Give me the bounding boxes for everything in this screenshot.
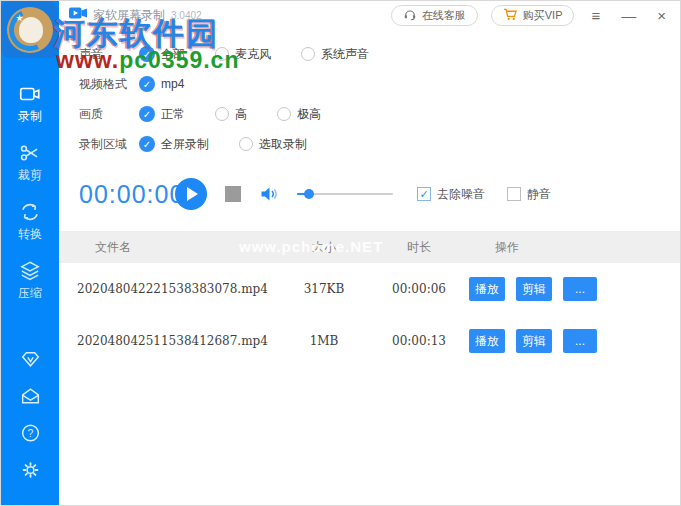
radio-area-select[interactable]: 选取录制 (239, 136, 307, 153)
start-record-button[interactable] (175, 178, 207, 210)
online-support-button[interactable]: 在线客服 (391, 5, 478, 26)
volume-slider[interactable] (297, 188, 393, 200)
radio-unchecked-icon (301, 47, 315, 61)
cell-size: 317KB (269, 282, 379, 296)
sound-options-row: 声音 ✓ 全部 麦克风 系统声音 (59, 39, 680, 69)
cell-duration: 00:00:13 (379, 334, 459, 348)
sound-label: 声音 (79, 46, 139, 63)
edit-file-button[interactable]: 剪辑 (516, 277, 552, 301)
sidebar-nav: 录制 裁剪 转换 (1, 83, 59, 319)
checkbox-unchecked-icon (507, 187, 521, 201)
radio-label: 极高 (297, 106, 321, 123)
format-label: 视频格式 (79, 76, 139, 93)
recording-timer: 00:00:00 (79, 180, 175, 209)
help-icon[interactable]: ? (19, 422, 42, 448)
app-icon (69, 6, 87, 24)
svg-text:?: ? (27, 428, 33, 439)
radio-label: 全屏录制 (161, 136, 209, 153)
radio-quality-normal[interactable]: ✓ 正常 (139, 106, 185, 123)
radio-label: 麦克风 (235, 46, 271, 63)
sidebar: 录制 裁剪 转换 (1, 1, 59, 506)
vip-diamond-icon[interactable] (19, 348, 42, 374)
volume-thumb[interactable] (304, 189, 314, 199)
radio-sound-all[interactable]: ✓ 全部 (139, 46, 185, 63)
sidebar-item-convert[interactable]: 转换 (1, 201, 59, 243)
sidebar-item-compress[interactable]: 压缩 (1, 260, 59, 302)
radio-unchecked-icon (239, 137, 253, 151)
radio-area-fullscreen[interactable]: ✓ 全屏录制 (139, 136, 209, 153)
feedback-mail-icon[interactable] (19, 385, 42, 411)
scissors-icon (18, 142, 42, 164)
col-size: 大小 (269, 231, 379, 263)
radio-sound-system[interactable]: 系统声音 (301, 46, 369, 63)
mute-checkbox[interactable]: 静音 (507, 186, 551, 203)
radio-unchecked-icon (277, 107, 291, 121)
cell-actions: 播放 剪辑 ... (459, 329, 680, 353)
recording-controls: 00:00:00 ✓ 去除噪音 静音 (59, 173, 680, 215)
sidebar-item-label: 录制 (18, 108, 42, 125)
radio-unchecked-icon (215, 107, 229, 121)
app-window: 录制 裁剪 转换 (0, 0, 681, 506)
more-actions-button[interactable]: ... (563, 329, 597, 353)
radio-quality-ultra[interactable]: 极高 (277, 106, 321, 123)
window-version: 3.0402 (171, 10, 202, 21)
close-button[interactable]: × (653, 8, 670, 23)
radio-label: 全部 (161, 46, 185, 63)
radio-quality-high[interactable]: 高 (215, 106, 247, 123)
sidebar-item-label: 裁剪 (18, 167, 42, 184)
radio-checked-icon: ✓ (139, 76, 155, 92)
radio-label: 正常 (161, 106, 185, 123)
format-options-row: 视频格式 ✓ mp4 (59, 69, 680, 99)
buy-vip-label: 购买VIP (523, 8, 563, 23)
checkbox-checked-icon: ✓ (417, 187, 431, 201)
sidebar-item-trim[interactable]: 裁剪 (1, 142, 59, 184)
sidebar-bottom-icons: ? (1, 348, 59, 485)
area-label: 录制区域 (79, 136, 139, 153)
table-row: 202048042511538412687.mp4 1MB 00:00:13 播… (59, 315, 680, 367)
mute-label: 静音 (527, 186, 551, 203)
titlebar: 家软屏幕录制 3.0402 在线客服 (59, 1, 680, 29)
radio-sound-microphone[interactable]: 麦克风 (215, 46, 271, 63)
col-duration: 时长 (379, 231, 459, 263)
radio-unchecked-icon (215, 47, 229, 61)
settings-gear-icon[interactable] (19, 459, 42, 485)
sidebar-item-record[interactable]: 录制 (1, 83, 59, 125)
cart-icon (503, 8, 518, 23)
edit-file-button[interactable]: 剪辑 (516, 329, 552, 353)
recordings-table: 文件名 大小 时长 操作 www.pchome.NET 202048042221… (59, 231, 680, 367)
titlebar-right: 在线客服 购买VIP ≡ — × (391, 5, 670, 26)
cell-duration: 00:00:06 (379, 282, 459, 296)
speaker-icon[interactable] (259, 185, 279, 203)
radio-checked-icon: ✓ (139, 106, 155, 122)
sidebar-item-label: 压缩 (18, 285, 42, 302)
table-row: 202048042221538383078.mp4 317KB 00:00:06… (59, 263, 680, 315)
more-actions-button[interactable]: ... (563, 277, 597, 301)
quality-label: 画质 (79, 106, 139, 123)
quality-options-row: 画质 ✓ 正常 高 极高 (59, 99, 680, 129)
denoise-checkbox[interactable]: ✓ 去除噪音 (417, 186, 485, 203)
online-support-label: 在线客服 (422, 8, 466, 23)
table-header: 文件名 大小 时长 操作 www.pchome.NET (59, 231, 680, 263)
buy-vip-button[interactable]: 购买VIP (491, 5, 575, 26)
col-filename: 文件名 (59, 231, 269, 263)
cell-actions: 播放 剪辑 ... (459, 277, 680, 301)
play-file-button[interactable]: 播放 (469, 329, 505, 353)
denoise-label: 去除噪音 (437, 186, 485, 203)
radio-label: mp4 (161, 77, 184, 91)
minimize-button[interactable]: — (617, 8, 640, 23)
layers-icon (18, 260, 42, 282)
play-icon (187, 187, 198, 201)
titlebar-left: 家软屏幕录制 3.0402 (69, 6, 202, 24)
window-title: 家软屏幕录制 (93, 7, 165, 24)
play-file-button[interactable]: 播放 (469, 277, 505, 301)
sidebar-item-label: 转换 (18, 226, 42, 243)
radio-label: 选取录制 (259, 136, 307, 153)
stop-record-button[interactable] (225, 186, 241, 202)
video-camera-icon (18, 83, 42, 105)
radio-label: 高 (235, 106, 247, 123)
radio-format-mp4[interactable]: ✓ mp4 (139, 76, 184, 92)
cell-filename: 202048042221538383078.mp4 (59, 282, 269, 296)
menu-button[interactable]: ≡ (587, 8, 604, 23)
radio-checked-icon: ✓ (139, 46, 155, 62)
convert-cycle-icon (18, 201, 42, 223)
